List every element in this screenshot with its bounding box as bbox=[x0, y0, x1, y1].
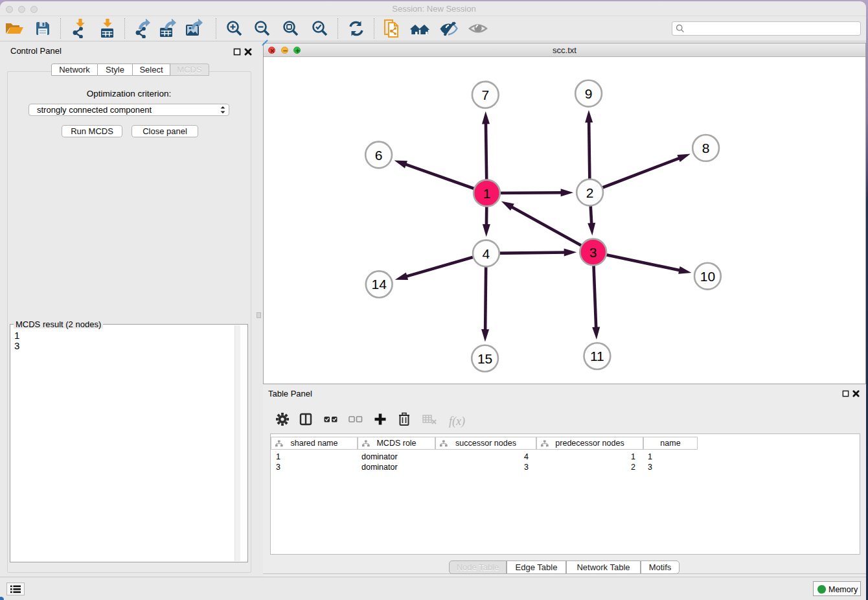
svg-text:14: 14 bbox=[372, 277, 387, 292]
svg-text:2: 2 bbox=[586, 185, 594, 200]
svg-text:4: 4 bbox=[483, 246, 490, 261]
svg-text:8: 8 bbox=[702, 141, 710, 156]
svg-text:1: 1 bbox=[483, 186, 491, 201]
svg-text:9: 9 bbox=[585, 86, 593, 101]
svg-text:15: 15 bbox=[477, 351, 492, 366]
svg-text:6: 6 bbox=[375, 148, 383, 163]
svg-text:10: 10 bbox=[700, 269, 715, 284]
svg-text:7: 7 bbox=[481, 87, 489, 102]
svg-text:11: 11 bbox=[590, 349, 604, 363]
svg-text:3: 3 bbox=[589, 245, 597, 260]
